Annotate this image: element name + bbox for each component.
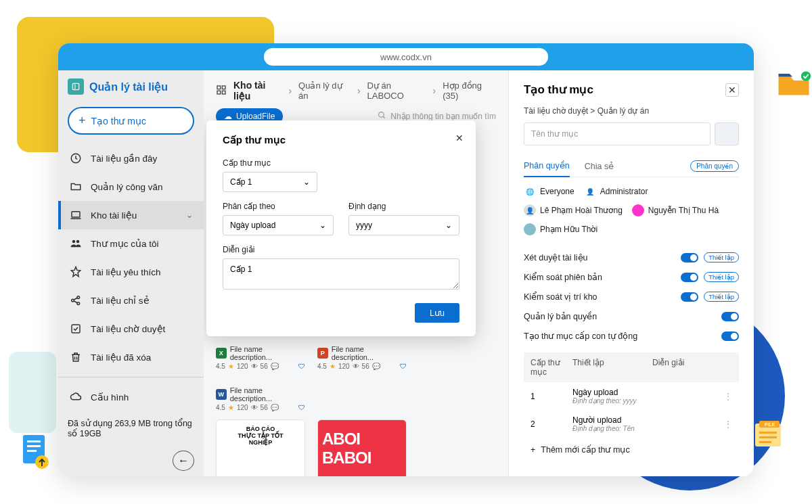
level-table: Cấp thư mục Thiết lập Diễn giải 1 Ngày u… <box>524 352 739 461</box>
nav-config[interactable]: Cấu hình <box>58 383 204 411</box>
panel-breadcrumb: Tài liệu chờ duyệt > Quản lý dự án <box>524 106 739 116</box>
nav-favorite[interactable]: Tài liệu yêu thích <box>58 258 204 286</box>
user-chip[interactable]: Phạm Hữu Thời <box>524 223 597 235</box>
file-card[interactable]: BÁO CÁOTHỰC TẬP TỐTNGHIỆP PFile name des… <box>216 419 305 476</box>
back-button[interactable]: ← <box>173 451 194 471</box>
breadcrumb-root[interactable]: Kho tài liệu <box>233 80 281 101</box>
file-card[interactable]: XFile name description... 4.5★120👁56💬🛡 <box>216 341 305 370</box>
star-icon <box>69 265 83 279</box>
url-box[interactable]: www.codx.vn <box>264 48 548 66</box>
breadcrumb-item[interactable]: Hợp đồng (35) <box>443 81 496 101</box>
app-logo-icon <box>68 78 84 95</box>
folder-level-modal: Cấp thư mục ✕ Cấp thư mục Cấp 1⌄ Phân cấ… <box>206 120 476 336</box>
table-row[interactable]: 2 Người uploadĐịnh dạng theo: Tên ⋮ <box>524 410 739 438</box>
permission-pill[interactable]: Phân quyền <box>690 160 739 172</box>
avatar: 👤 <box>524 204 536 216</box>
desc-textarea[interactable] <box>223 258 459 290</box>
breadcrumb-item[interactable]: Dự án LABOCO <box>367 81 426 101</box>
user-chip[interactable]: Nguyễn Thị Thu Hà <box>632 204 719 216</box>
panel-title: Tạo thư mục <box>524 83 593 97</box>
field-label: Định dạng <box>348 202 459 211</box>
more-icon[interactable]: ⋮ <box>724 419 732 429</box>
nav-item-label: Cấu hình <box>91 392 129 403</box>
tab-permission[interactable]: Phân quyền <box>524 155 570 177</box>
switch-row: Tạo thư mục cấp con tự động <box>524 326 739 346</box>
nav-item-label: Kho tài liệu <box>91 210 137 221</box>
shield-icon: 🛡 <box>298 363 305 370</box>
user-chip[interactable]: 👤Lê Phạm Hoài Thương <box>524 204 623 216</box>
excel-icon: X <box>216 348 227 359</box>
svg-point-13 <box>379 112 384 118</box>
check-box-icon <box>69 322 83 336</box>
nav-item-label: Tài liệu gần đây <box>91 153 157 164</box>
nav-recent[interactable]: Tài liệu gần đây <box>58 144 204 173</box>
svg-point-14 <box>801 71 811 81</box>
nav-docs[interactable]: Quản lý công văn <box>58 173 204 201</box>
format-select[interactable]: yyyy⌄ <box>348 215 459 235</box>
breadcrumb-item[interactable]: Quản lý dự án <box>298 81 351 101</box>
cloud-icon <box>69 390 83 404</box>
right-panel: Tạo thư mục ✕ Tài liệu chờ duyệt > Quản … <box>508 70 754 476</box>
admin-icon: 👤 <box>584 185 596 198</box>
browser-bar: www.codx.vn <box>58 43 754 70</box>
file-card[interactable]: PFile name description... 4.5★120👁56💬🛡 <box>317 341 407 370</box>
groupby-select[interactable]: Ngày upload⌄ <box>223 215 334 235</box>
field-label: Diễn giải <box>223 245 459 254</box>
chevron-down-icon: ⌄ <box>445 221 452 230</box>
folder-name-input[interactable]: Tên thư mục <box>524 122 710 145</box>
nav-item-label: Tài liệu yêu thích <box>91 267 161 277</box>
file-card[interactable]: ABOIBABOI ▲File name description... <box>317 419 407 476</box>
svg-rect-24 <box>759 436 777 438</box>
sidebar-header: Quản lý tài liệu <box>58 70 204 103</box>
setup-pill[interactable]: Thiết lập <box>704 272 739 282</box>
svg-rect-18 <box>27 450 37 452</box>
file-card[interactable]: WFile name description... 4.5★120👁56💬🛡 <box>216 382 305 411</box>
nav-pending[interactable]: Tài liệu chờ duyệt <box>58 315 204 343</box>
breadcrumb: Kho tài liệu › Quản lý dự án › Dự án LAB… <box>216 80 496 101</box>
level-select[interactable]: Cấp 1⌄ <box>223 172 317 192</box>
app-window: www.codx.vn Quản lý tài liệu + Tạo thư m… <box>58 43 754 476</box>
save-button[interactable]: Lưu <box>415 303 459 323</box>
toggle[interactable] <box>681 292 698 302</box>
table-row[interactable]: 1 Ngày uploadĐịnh dạng theo: yyyy ⋮ <box>524 382 739 410</box>
user-chip[interactable]: 🌐Everyone <box>524 185 574 198</box>
svg-rect-2 <box>72 212 80 217</box>
nav-item-label: Quản lý công văn <box>91 181 163 192</box>
search-placeholder: Nhập thông tin bạn muốn tìm <box>390 112 496 121</box>
toggle[interactable] <box>721 312 739 321</box>
tab-share[interactable]: Chia sẻ <box>585 156 614 177</box>
user-chips: 🌐Everyone 👤Administrator 👤Lê Phạm Hoài T… <box>524 177 739 241</box>
close-icon[interactable]: ✕ <box>455 133 464 143</box>
setup-pill[interactable]: Thiết lập <box>704 292 739 302</box>
folder-icon <box>69 180 83 193</box>
shield-icon: 🛡 <box>298 404 305 411</box>
plus-icon: + <box>78 114 86 128</box>
nav-myfolder[interactable]: Thư mục của tôi <box>58 229 204 258</box>
nav-trash[interactable]: Tài liệu đã xóa <box>58 343 204 371</box>
switch-row: Kiểm soát phiên bảnThiết lập <box>524 267 739 287</box>
chevron-down-icon: ⌄ <box>303 177 310 187</box>
svg-rect-10 <box>222 86 225 89</box>
nav-item-label: Tài liệu chờ duyệt <box>91 323 165 334</box>
nav-share[interactable]: Tài liệu chỉ sẻ <box>58 286 204 315</box>
close-icon[interactable]: ✕ <box>725 83 739 97</box>
toggle[interactable] <box>681 253 698 262</box>
modal-title: Cấp thư mục <box>223 134 459 146</box>
upload-label: UploadFile <box>236 112 275 121</box>
more-icon[interactable]: ⋮ <box>724 392 732 401</box>
nav-item-label: Tài liệu chỉ sẻ <box>91 295 150 306</box>
file-name: File name description... <box>332 345 407 361</box>
nav-item-label: Thư mục của tôi <box>91 238 159 249</box>
toggle[interactable] <box>721 331 739 341</box>
setup-pill[interactable]: Thiết lập <box>704 252 739 262</box>
user-chip[interactable]: 👤Administrator <box>584 185 648 198</box>
color-picker[interactable] <box>715 122 739 145</box>
nav-repo[interactable]: Kho tài liệu ⌄ <box>58 201 204 229</box>
svg-rect-16 <box>27 440 41 442</box>
new-folder-label: Tạo thư mục <box>91 116 146 127</box>
plus-icon: + <box>531 445 535 455</box>
toggle[interactable] <box>681 273 698 282</box>
new-folder-button[interactable]: + Tạo thư mục <box>68 107 194 135</box>
svg-rect-9 <box>217 86 221 89</box>
add-level-button[interactable]: + Thêm mới cấp thư mục <box>524 438 739 461</box>
